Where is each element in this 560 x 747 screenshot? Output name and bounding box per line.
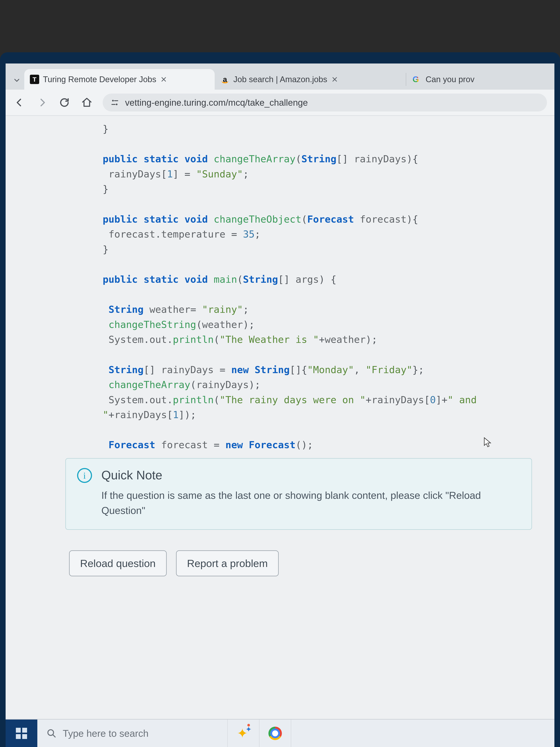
home-button[interactable] <box>80 96 93 109</box>
favicon-turing: T <box>30 75 39 84</box>
sparkle-icon: ✦✦ <box>235 725 252 742</box>
start-button[interactable] <box>6 720 37 747</box>
tab-turing[interactable]: T Turing Remote Developer Jobs <box>24 69 215 89</box>
page-content: } public static void changeTheArray(Stri… <box>6 116 554 719</box>
chevron-down-icon <box>13 76 21 84</box>
favicon-amazon: a <box>220 75 230 84</box>
report-problem-button[interactable]: Report a problem <box>176 550 279 576</box>
svg-rect-3 <box>111 104 115 105</box>
search-placeholder: Type here to search <box>63 728 149 739</box>
svg-point-0 <box>112 100 114 102</box>
tab-title: Can you prov <box>426 75 475 84</box>
close-icon <box>161 76 167 82</box>
quick-note-box: i Quick Note If the question is same as … <box>65 458 532 530</box>
action-row: Reload question Report a problem <box>17 530 543 576</box>
mouse-cursor-icon <box>483 437 492 448</box>
reload-question-button[interactable]: Reload question <box>69 550 167 576</box>
windows-taskbar: Type here to search ✦✦ <box>6 719 554 747</box>
search-icon <box>47 728 56 738</box>
home-icon <box>81 97 92 108</box>
tab-amazon[interactable]: a Job search | Amazon.jobs <box>215 69 405 89</box>
screen: T Turing Remote Developer Jobs a Job sea… <box>6 63 554 747</box>
favicon-google: G <box>412 75 422 84</box>
close-tab-button[interactable] <box>160 76 167 83</box>
svg-point-2 <box>116 104 117 105</box>
monitor-bezel: T Turing Remote Developer Jobs a Job sea… <box>0 52 560 747</box>
code-block: } public static void changeTheArray(Stri… <box>17 121 543 453</box>
url-text: vetting-engine.turing.com/mcq/take_chall… <box>125 98 308 108</box>
taskbar-chrome[interactable] <box>260 720 291 747</box>
arrow-right-icon <box>36 97 48 108</box>
reload-button[interactable] <box>58 96 71 109</box>
note-title: Quick Note <box>101 468 520 482</box>
tab-title: Turing Remote Developer Jobs <box>43 75 156 84</box>
back-button[interactable] <box>13 96 26 109</box>
forward-button[interactable] <box>35 96 49 109</box>
close-tab-button[interactable] <box>331 76 339 83</box>
browser-toolbar: vetting-engine.turing.com/mcq/take_chall… <box>6 89 554 116</box>
reload-icon <box>59 97 70 108</box>
svg-rect-1 <box>114 100 118 101</box>
note-text: If the question is same as the last one … <box>101 488 520 518</box>
tab-separator <box>406 73 406 86</box>
browser-tabstrip: T Turing Remote Developer Jobs a Job sea… <box>6 63 554 89</box>
address-bar[interactable]: vetting-engine.turing.com/mcq/take_chall… <box>103 94 547 111</box>
windows-logo-icon <box>16 728 27 739</box>
taskbar-copilot[interactable]: ✦✦ <box>228 720 260 747</box>
close-icon <box>331 76 338 82</box>
chrome-icon <box>268 727 282 740</box>
taskbar-search[interactable]: Type here to search <box>37 720 228 747</box>
tab-title: Job search | Amazon.jobs <box>233 75 327 84</box>
site-settings-icon[interactable] <box>110 98 119 107</box>
tab-google[interactable]: G Can you prov <box>407 69 485 89</box>
tablist-dropdown[interactable] <box>9 71 24 89</box>
arrow-left-icon <box>14 97 25 108</box>
info-icon: i <box>77 468 92 483</box>
